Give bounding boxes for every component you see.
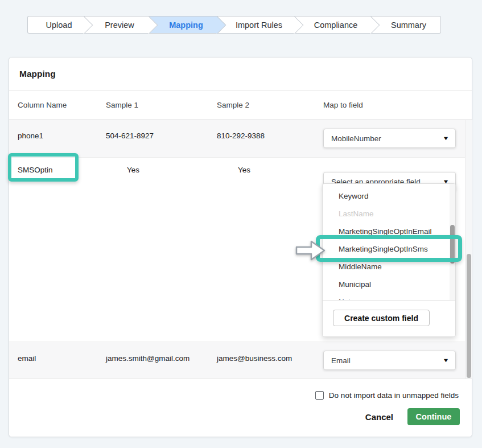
column-header-sample2: Sample 2: [217, 101, 323, 109]
column-header-map-to-field: Map to field: [323, 101, 472, 109]
cell-column-name: phone1: [9, 120, 106, 157]
chevron-down-icon: ▼: [443, 135, 450, 141]
field-options-list: Keyword LastName MarketingSingleOptInEma…: [323, 184, 455, 301]
panel-footer: Do not import data in unmapped fields Ca…: [9, 379, 472, 437]
dropdown-scrollbar-track[interactable]: [450, 184, 455, 301]
map-to-field-select[interactable]: MobileNumber ▼: [323, 129, 456, 148]
option-marketingsingleoptinsms[interactable]: MarketingSingleOptInSms: [323, 240, 455, 258]
table-row: phone1 504-621-8927 810-292-9388 MobileN…: [9, 120, 472, 157]
cell-column-name: SMSOptin: [9, 158, 106, 342]
column-header-column-name: Column Name: [9, 101, 106, 109]
checkbox-label: Do not import data in unmapped fields: [329, 391, 459, 400]
cell-sample2: james@business.com: [217, 342, 323, 379]
option-lastname: LastName: [323, 205, 455, 223]
map-to-field-select[interactable]: Email ▼: [323, 351, 456, 370]
option-keyword[interactable]: Keyword: [323, 187, 455, 205]
select-value: Email: [331, 356, 351, 365]
select-value: MobileNumber: [331, 134, 381, 143]
unmapped-fields-checkbox[interactable]: [315, 391, 324, 400]
column-header-sample1: Sample 1: [106, 101, 217, 109]
cell-sample1: james.smith@gmail.com: [106, 342, 217, 379]
cell-sample1: Yes: [106, 158, 217, 342]
cursor-arrow-icon: [295, 239, 327, 262]
dropdown-scrollbar-thumb[interactable]: [450, 225, 455, 264]
step-import-rules[interactable]: Import Rules: [217, 16, 295, 34]
mapping-panel: Mapping Column Name Sample 1 Sample 2 Ma…: [9, 57, 472, 437]
panel-scrollbar-track[interactable]: [465, 120, 472, 379]
option-municipal[interactable]: Municipal: [323, 276, 455, 293]
option-note[interactable]: Note: [323, 293, 455, 301]
step-label: Upload: [40, 20, 72, 30]
create-custom-field-area: Create custom field: [323, 301, 455, 326]
step-label: Compliance: [308, 20, 358, 30]
step-summary[interactable]: Summary: [371, 16, 441, 34]
continue-button[interactable]: Continue: [407, 408, 460, 425]
step-mapping[interactable]: Mapping: [149, 16, 217, 34]
step-preview[interactable]: Preview: [84, 16, 149, 34]
step-label: Import Rules: [230, 20, 282, 30]
cell-column-name: email: [9, 342, 106, 379]
wizard-stepper: Upload Preview Mapping Import Rules Comp…: [27, 16, 441, 34]
table-row: email james.smith@gmail.com james@busine…: [9, 342, 472, 379]
option-middlename[interactable]: MiddleName: [323, 258, 455, 276]
cancel-button[interactable]: Cancel: [365, 412, 393, 422]
field-options-popup: Keyword LastName MarketingSingleOptInEma…: [322, 183, 456, 337]
step-label: Mapping: [163, 20, 203, 30]
table-row: SMSOptin Yes Yes Select an appropriate f…: [9, 157, 472, 342]
option-marketingsingleoptinemail[interactable]: MarketingSingleOptInEmail: [323, 223, 455, 240]
create-custom-field-button[interactable]: Create custom field: [333, 310, 430, 326]
step-upload[interactable]: Upload: [27, 16, 84, 34]
step-label: Preview: [99, 20, 134, 30]
panel-scrollbar-thumb[interactable]: [467, 254, 471, 378]
table-header-row: Column Name Sample 1 Sample 2 Map to fie…: [9, 91, 472, 120]
chevron-down-icon: ▼: [443, 357, 450, 363]
cell-sample1: 504-621-8927: [106, 120, 217, 157]
page-title: Mapping: [9, 57, 472, 91]
cell-sample2: 810-292-9388: [217, 120, 323, 157]
step-label: Summary: [385, 20, 426, 30]
step-compliance[interactable]: Compliance: [295, 16, 371, 34]
